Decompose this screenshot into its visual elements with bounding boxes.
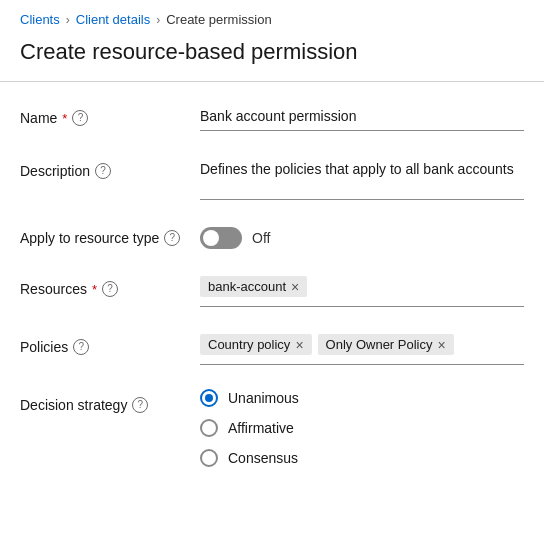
description-label: Description ?	[20, 155, 200, 179]
policies-help-icon[interactable]: ?	[73, 339, 89, 355]
breadcrumb-sep2: ›	[156, 13, 160, 27]
radio-unanimous[interactable]: Unanimous	[200, 389, 524, 407]
radio-unanimous-dot	[205, 394, 213, 402]
apply-resource-type-help-icon[interactable]: ?	[164, 230, 180, 246]
policies-row: Policies ? Country policy × Only Owner P…	[20, 331, 524, 365]
radio-affirmative[interactable]: Affirmative	[200, 419, 524, 437]
toggle-state-label: Off	[252, 230, 270, 246]
name-help-icon[interactable]: ?	[72, 110, 88, 126]
radio-unanimous-input[interactable]	[200, 389, 218, 407]
resource-tag-bank-account: bank-account ×	[200, 276, 307, 297]
apply-resource-type-toggle[interactable]	[200, 227, 242, 249]
description-row: Description ? Defines the policies that …	[20, 155, 524, 203]
policy-tag2-remove[interactable]: ×	[437, 338, 445, 352]
apply-resource-type-row: Apply to resource type ? Off	[20, 227, 524, 249]
policy-tag1-remove[interactable]: ×	[295, 338, 303, 352]
resources-tag-field: bank-account ×	[200, 273, 524, 307]
breadcrumb-clients[interactable]: Clients	[20, 12, 60, 27]
resources-required: *	[92, 282, 97, 297]
policies-label: Policies ?	[20, 331, 200, 355]
description-input[interactable]: Defines the policies that apply to all b…	[200, 155, 524, 200]
policy-tag-country: Country policy ×	[200, 334, 312, 355]
description-field: Defines the policies that apply to all b…	[200, 155, 524, 203]
name-field	[200, 102, 524, 131]
decision-strategy-row: Decision strategy ? Unanimous Affirmativ…	[20, 389, 524, 467]
radio-consensus-label: Consensus	[228, 450, 298, 466]
decision-strategy-help-icon[interactable]: ?	[132, 397, 148, 413]
resources-row: Resources * ? bank-account ×	[20, 273, 524, 307]
page-title: Create resource-based permission	[0, 35, 544, 81]
policy-tag-only-owner: Only Owner Policy ×	[318, 334, 454, 355]
section-divider	[0, 81, 544, 82]
apply-resource-type-label: Apply to resource type ?	[20, 230, 200, 246]
policy-tag2-label: Only Owner Policy	[326, 337, 433, 352]
toggle-thumb	[203, 230, 219, 246]
radio-unanimous-label: Unanimous	[228, 390, 299, 406]
toggle-container: Off	[200, 227, 270, 249]
decision-strategy-label: Decision strategy ?	[20, 389, 200, 413]
policy-tag1-label: Country policy	[208, 337, 290, 352]
resources-help-icon[interactable]: ?	[102, 281, 118, 297]
resource-tag-label: bank-account	[208, 279, 286, 294]
name-row: Name * ?	[20, 102, 524, 131]
decision-strategy-radio-group: Unanimous Affirmative Consensus	[200, 389, 524, 467]
description-help-icon[interactable]: ?	[95, 163, 111, 179]
policies-tag-field: Country policy × Only Owner Policy ×	[200, 331, 524, 365]
name-label: Name * ?	[20, 102, 200, 126]
policies-field: Country policy × Only Owner Policy ×	[200, 331, 524, 365]
form-container: Name * ? Description ? Defines the polic…	[0, 102, 544, 467]
resources-field: bank-account ×	[200, 273, 524, 307]
radio-affirmative-label: Affirmative	[228, 420, 294, 436]
breadcrumb-sep1: ›	[66, 13, 70, 27]
name-required: *	[62, 111, 67, 126]
name-input[interactable]	[200, 102, 524, 131]
radio-consensus[interactable]: Consensus	[200, 449, 524, 467]
breadcrumb-client-details[interactable]: Client details	[76, 12, 150, 27]
breadcrumb-current: Create permission	[166, 12, 272, 27]
radio-affirmative-input[interactable]	[200, 419, 218, 437]
radio-consensus-input[interactable]	[200, 449, 218, 467]
breadcrumb: Clients › Client details › Create permis…	[0, 0, 544, 35]
decision-strategy-field: Unanimous Affirmative Consensus	[200, 389, 524, 467]
resource-tag-remove[interactable]: ×	[291, 280, 299, 294]
resources-label: Resources * ?	[20, 273, 200, 297]
